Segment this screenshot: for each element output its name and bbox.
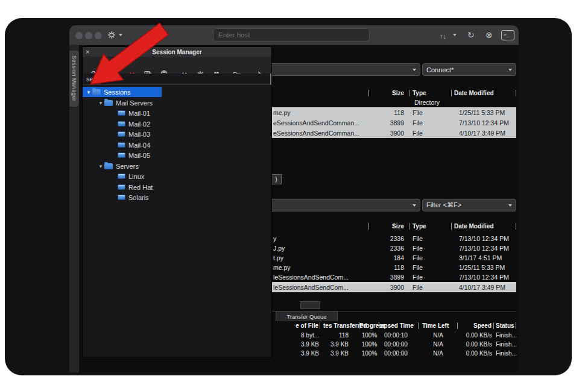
column-progress[interactable]: Progress [359,322,379,329]
gear-menu-caret-icon [119,34,122,36]
transfer-bytes: 3.9 KB [320,350,359,357]
tree-item-mail-05[interactable]: Mail-05 [83,150,271,160]
connect-button[interactable]: Connect* [422,63,516,76]
filter-caret-icon [508,204,512,207]
file-date: 3/1/17 4:51 PM [452,254,516,261]
session-manager-panel: × Session Manager + × × [83,47,271,357]
session-manager-titlebar[interactable]: × Session Manager [83,47,271,57]
chevron-down-icon[interactable]: ▾ [97,163,104,169]
tree-item-servers[interactable]: ▾ Servers [83,161,271,171]
minimize-window-button[interactable] [85,32,92,39]
column-date-modified[interactable]: Date Modified [452,223,516,230]
file-size: 2336 [369,235,409,242]
session-icon [118,142,125,148]
session-icon [118,121,125,127]
session-manager-title: Session Manager [83,49,271,55]
column-size[interactable]: Size [369,223,409,230]
transfer-speed: 0.00 KB/s [458,341,494,348]
transfer-status: Finish... [494,332,516,339]
column-type[interactable]: Type [409,90,452,96]
session-icon [118,184,125,190]
file-size: 3900 [369,284,409,291]
transfer-progress: 100% [359,350,379,357]
transfer-bytes: 3.9 KB [320,341,359,348]
disconnect-icon[interactable]: ⊗ [485,29,493,41]
file-date: 7/13/10 12:34 PM [452,274,516,281]
session-filter-input[interactable] [83,74,271,85]
dropdown-caret-icon [413,204,416,207]
file-size: 118 [369,264,409,271]
tab-transfer-queue[interactable]: Transfer Queue [276,311,338,321]
gear-menu-button[interactable] [107,30,116,40]
column-date-modified[interactable]: Date Modified [452,90,516,96]
splitter-fragment [300,301,320,309]
transfer-progress: 100% [359,341,379,348]
file-type: File [409,254,452,261]
tree-item-label: Mail-04 [128,142,150,149]
tree-item-mail-01[interactable]: Mail-01 [83,108,271,118]
tree-item-label: Servers [116,163,139,170]
path-field-fragment[interactable]: ) [271,174,282,184]
session-icon [118,152,125,158]
file-size: 3900 [369,130,409,137]
file-type: File [409,274,452,281]
zoom-window-button[interactable] [95,32,102,39]
column-size[interactable]: Size [369,90,409,96]
app-window: ↑↓ ↻ ⊗ >_ Session Manager Connect* Size … [69,25,519,372]
file-type: File [409,284,452,291]
column-status[interactable]: Status [494,322,516,329]
tree-item-mail-servers[interactable]: ▾ Mail Servers [83,98,271,108]
terminal-icon[interactable]: >_ [501,30,514,40]
file-type: Directory [409,99,452,106]
screenshot-stage: ↑↓ ↻ ⊗ >_ Session Manager Connect* Size … [0,0,588,382]
tree-item-linux[interactable]: Linux [83,171,271,181]
tree-item-mail-02[interactable]: Mail-02 [83,119,271,129]
dropdown-caret-icon [413,69,416,71]
close-window-button[interactable] [75,32,83,39]
session-manager-side-tab[interactable]: Session Manager [69,51,79,107]
folder-icon [104,100,113,106]
tree-item-mail-04[interactable]: Mail-04 [83,140,271,150]
file-size: 3899 [369,119,409,127]
file-type: File [409,245,452,252]
transfer-elapsed: 00:00:00 [379,341,419,348]
close-icon[interactable]: × [86,47,89,57]
column-speed[interactable]: Speed [458,322,494,329]
session-icon [118,174,125,179]
file-size: 3899 [369,274,409,281]
tree-item-solaris[interactable]: Solaris [83,192,271,202]
file-type: File [409,264,452,271]
filter-button[interactable]: Filter <⌘F> [422,199,516,211]
file-date: 7/13/10 12:34 PM [452,245,516,252]
file-type: File [409,130,452,137]
tree-item-label: Sessions [104,89,131,96]
column-bytes-transferred[interactable]: tes Transferred [320,322,359,329]
tree-item-mail-03[interactable]: Mail-03 [83,129,271,139]
host-input[interactable] [213,28,370,42]
column-elapsed-time[interactable]: apsed Time [379,322,419,329]
connect-button-label: Connect* [426,66,454,74]
transfer-progress: 100% [359,332,379,339]
file-date: 4/10/17 3:49 PM [452,130,516,137]
column-type[interactable]: Type [409,223,452,230]
file-type: File [409,235,452,242]
tree-item-label: Linux [128,173,144,180]
window-titlebar: ↑↓ ↻ ⊗ >_ [69,25,519,45]
file-date: 4/10/17 3:49 PM [452,284,516,291]
tree-item-sessions[interactable]: ▾ Sessions [83,87,162,97]
session-manager-toolbar: + × × [83,57,271,74]
sort-icon[interactable]: ↑↓ [440,30,446,42]
refresh-icon[interactable]: ↻ [467,29,475,41]
gear-icon [107,30,116,40]
chevron-down-icon[interactable]: ▾ [85,89,92,95]
file-size: 184 [369,254,409,261]
file-type: File [409,109,452,116]
folder-icon [92,89,101,95]
transfer-status: Finish... [494,341,516,348]
column-time-left[interactable]: Time Left [419,322,458,329]
file-size: 118 [369,109,409,116]
sort-caret-icon[interactable] [453,34,457,36]
file-size: 2336 [369,245,409,252]
tree-item-red-hat[interactable]: Red Hat [83,182,271,192]
chevron-down-icon[interactable]: ▾ [97,100,104,106]
